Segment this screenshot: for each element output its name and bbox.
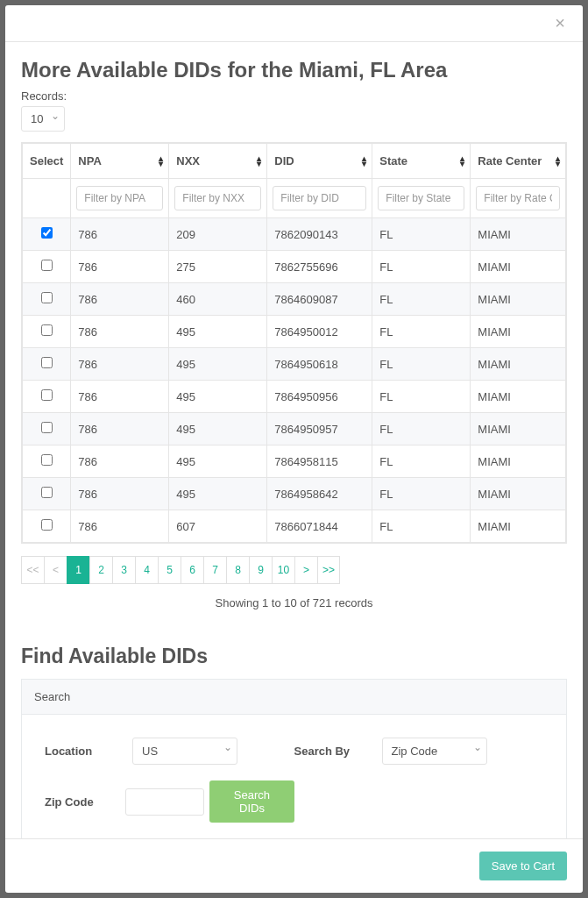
cell-nxx: 209	[169, 218, 267, 251]
row-checkbox[interactable]	[41, 324, 53, 336]
cell-npa: 786	[71, 445, 169, 478]
th-nxx[interactable]: NXX▴▾	[169, 144, 267, 179]
cell-npa: 786	[71, 316, 169, 348]
close-icon[interactable]: ×	[551, 13, 569, 33]
cell-npa: 786	[71, 348, 169, 381]
table-row: 7864607864609087FLMIAMI	[23, 283, 566, 316]
filter-state-input[interactable]	[378, 186, 464, 210]
th-nxx-label: NXX	[176, 154, 200, 167]
cell-rate-center: MIAMI	[471, 251, 566, 283]
cell-did: 7864950012	[267, 316, 372, 348]
records-info: Showing 1 to 10 of 721 records	[21, 596, 567, 609]
table-row: 7862097862090143FLMIAMI	[23, 218, 566, 251]
cell-npa: 786	[71, 478, 169, 510]
location-select[interactable]: US	[132, 738, 237, 765]
filter-npa-input[interactable]	[76, 186, 163, 210]
cell-state: FL	[372, 510, 471, 543]
cell-did: 7864609087	[267, 283, 372, 316]
page-btn[interactable]: 2	[89, 556, 112, 584]
th-npa[interactable]: NPA▴▾	[71, 144, 169, 179]
cell-rate-center: MIAMI	[471, 316, 566, 348]
save-to-cart-button[interactable]: Save to Cart	[479, 852, 567, 880]
page-btn[interactable]: 4	[135, 556, 158, 584]
page-btn[interactable]: 9	[249, 556, 272, 584]
th-rate-center-label: Rate Center	[478, 154, 542, 167]
table-row: 7866077866071844FLMIAMI	[23, 510, 566, 543]
modal-header: ×	[5, 5, 583, 42]
cell-rate-center: MIAMI	[471, 510, 566, 543]
cell-state: FL	[372, 283, 471, 316]
page-btn: <	[44, 556, 67, 584]
sort-icon: ▴▾	[362, 156, 366, 167]
page-btn[interactable]: >	[294, 556, 317, 584]
location-label: Location	[45, 745, 132, 758]
cell-rate-center: MIAMI	[471, 445, 566, 478]
page-btn[interactable]: 3	[112, 556, 135, 584]
cell-did: 7864958115	[267, 445, 372, 478]
records-select[interactable]: 10	[21, 106, 65, 132]
th-rate-center[interactable]: Rate Center▴▾	[471, 144, 566, 179]
cell-npa: 786	[71, 251, 169, 283]
cell-npa: 786	[71, 283, 169, 316]
search-panel-body: Location US Search By Zip Code	[22, 715, 566, 838]
page-btn[interactable]: 7	[203, 556, 226, 584]
filter-cell-select	[23, 179, 71, 218]
cell-rate-center: MIAMI	[471, 283, 566, 316]
search-by-label: Search By	[294, 745, 382, 758]
cell-state: FL	[372, 218, 471, 251]
cell-npa: 786	[71, 510, 169, 543]
th-did-label: DID	[274, 154, 294, 167]
page-btn[interactable]: 5	[158, 556, 181, 584]
pagination: <<<12345678910>>>	[21, 556, 567, 584]
table-row: 7864957864950618FLMIAMI	[23, 348, 566, 381]
cell-npa: 786	[71, 413, 169, 445]
table-row: 7864957864950957FLMIAMI	[23, 413, 566, 445]
cell-rate-center: MIAMI	[471, 348, 566, 381]
page-btn[interactable]: >>	[317, 556, 340, 584]
row-checkbox[interactable]	[41, 422, 53, 433]
cell-did: 7862090143	[267, 218, 372, 251]
row-checkbox[interactable]	[41, 227, 53, 239]
th-did[interactable]: DID▴▾	[267, 144, 372, 179]
row-checkbox[interactable]	[41, 487, 53, 498]
row-checkbox[interactable]	[41, 519, 53, 531]
row-checkbox[interactable]	[41, 454, 53, 466]
cell-state: FL	[372, 478, 471, 510]
cell-nxx: 495	[169, 381, 267, 413]
page-btn[interactable]: 8	[226, 556, 249, 584]
cell-nxx: 495	[169, 478, 267, 510]
search-by-select[interactable]: Zip Code	[382, 738, 487, 765]
cell-state: FL	[372, 381, 471, 413]
cell-state: FL	[372, 445, 471, 478]
filter-did-input[interactable]	[273, 186, 366, 210]
cell-rate-center: MIAMI	[471, 381, 566, 413]
row-checkbox[interactable]	[41, 260, 53, 271]
th-state-label: State	[379, 154, 407, 167]
row-checkbox[interactable]	[41, 389, 53, 401]
cell-nxx: 607	[169, 510, 267, 543]
cell-rate-center: MIAMI	[471, 478, 566, 510]
dids-table-wrap: Select NPA▴▾ NXX▴▾ DID▴▾ State▴▾ Rate Ce…	[21, 142, 567, 544]
page-btn[interactable]: 10	[272, 556, 294, 584]
cell-nxx: 495	[169, 413, 267, 445]
row-checkbox[interactable]	[41, 357, 53, 368]
cell-did: 7864950618	[267, 348, 372, 381]
cell-did: 7864958642	[267, 478, 372, 510]
zip-code-input[interactable]	[125, 788, 204, 816]
filter-nxx-input[interactable]	[174, 186, 261, 210]
cell-did: 7862755696	[267, 251, 372, 283]
cell-state: FL	[372, 251, 471, 283]
modal-dialog: × More Available DIDs for the Miami, FL …	[5, 5, 583, 893]
cell-rate-center: MIAMI	[471, 413, 566, 445]
cell-nxx: 460	[169, 283, 267, 316]
table-row: 7864957864950956FLMIAMI	[23, 381, 566, 413]
records-label: Records:	[21, 89, 567, 103]
th-state[interactable]: State▴▾	[372, 144, 471, 179]
page-btn[interactable]: 6	[181, 556, 203, 584]
cell-nxx: 275	[169, 251, 267, 283]
search-dids-button[interactable]: Search DIDs	[209, 780, 294, 823]
filter-rate-center-input[interactable]	[476, 186, 560, 210]
page-btn[interactable]: 1	[67, 556, 89, 584]
row-checkbox[interactable]	[41, 292, 53, 303]
sort-icon: ▴▾	[257, 156, 261, 167]
